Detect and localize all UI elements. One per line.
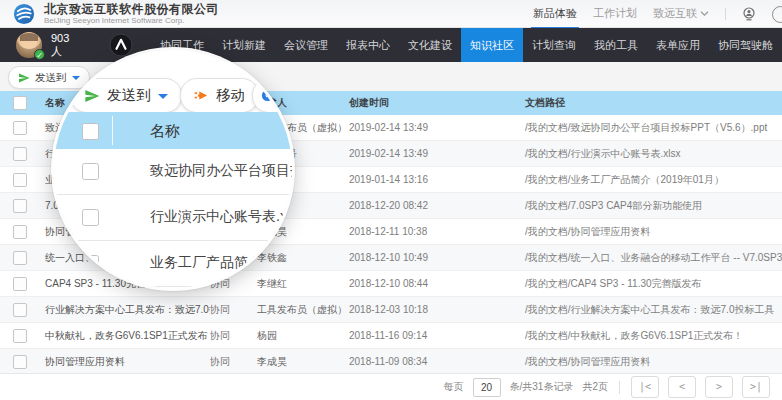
doc-created: 2018-12-10 10:49 [346,252,522,263]
magnified-select-all-checkbox[interactable] [82,123,99,140]
per-page-input[interactable]: 20 [473,378,501,397]
last-page-button[interactable]: >| [742,376,770,398]
user-avatar[interactable]: ✓ [16,32,42,58]
top-link-seeyon[interactable]: 致远互联 [653,6,709,21]
magnified-table-header: 名称 [54,112,292,149]
doc-path: /我的文档/协同管理应用资料 [522,225,782,239]
top-link-new-experience[interactable]: 新品体验 [533,6,577,21]
doc-created: 2018-11-16 09:14 [346,330,522,341]
navbar-item-7[interactable]: 计划查询 [523,28,585,62]
prev-page-button[interactable]: < [668,376,696,398]
records-label: 条/共31条记录 [510,380,574,394]
row-checkbox[interactable] [13,147,27,161]
doc-path: /我的文档/中秋献礼，政务G6V6.1SP1正式发布！ [522,329,782,343]
doc-path: /我的文档/业务工厂产品简介（2019年01月） [522,173,782,187]
doc-creator: 李成昊 [257,355,346,369]
pager-divider [619,381,620,394]
magnified-table-row[interactable]: 行业演示中心账号表.xlsx [54,195,292,241]
row-checkbox[interactable] [82,163,99,180]
next-page-button[interactable]: > [705,376,733,398]
header-edge-icon[interactable] [772,6,782,23]
magnifier-overlay: 发送到 移动 名称 致远协同办公平台项目投标PP 行业演示中心账号表.xlsx … [54,50,292,288]
magnified-col-header-name: 名称 [150,122,180,141]
doc-created: 2018-12-11 10:38 [346,226,522,237]
seeyon-logo-icon [13,3,35,25]
doc-name: 行业演示中心账号表.xlsx [150,208,292,226]
move-icon [194,88,209,103]
header-divider [112,116,113,145]
doc-path: /我的文档/致远协同办公平台项目投标PPT（V5.6）.ppt [522,121,782,135]
doc-path: /我的文档/CAP4 SP3 - 11.30完善版发布 [522,277,782,291]
doc-created: 2018-12-10 08:44 [346,278,522,289]
first-page-button[interactable]: |< [631,376,659,398]
online-check-badge: ✓ [34,49,45,60]
company-name-block: 北京致远互联软件股份有限公司 BeiJing Seeyon Internet S… [44,3,219,25]
doc-path: /我的文档/行业解决方案中心工具发布：致远7.0投标工具 [522,303,782,317]
row-checkbox[interactable] [13,303,27,317]
doc-path: /我的文档/7.0SP3 CAP4部分新功能使用 [522,199,782,213]
user-pin-icon[interactable] [742,7,756,21]
main-navbar: ✓ 903人 协同工作计划新建会议管理报表中心文化建设知识社区计划查询我的工具表… [0,28,782,62]
doc-created: 2019-02-14 13:49 [346,148,522,159]
navbar-item-3[interactable]: 会议管理 [275,28,337,62]
send-caret-icon [158,94,168,104]
navbar-item-9[interactable]: 表单应用 [647,28,709,62]
send-icon [84,88,100,104]
navbar-item-8[interactable]: 我的工具 [585,28,647,62]
seeyon-a-icon[interactable] [109,33,133,57]
pagination-bar: 每页 20 条/共31条记录 共2页 |< < > >| [0,373,782,400]
row-checkbox[interactable] [13,225,27,239]
company-name: 北京致远互联软件股份有限公司 [44,3,219,15]
send-icon [18,72,30,84]
doc-created: 2018-12-03 10:18 [346,304,522,315]
row-checkbox[interactable] [82,209,99,226]
company-name-en: BeiJing Seeyon Internet Software Corp. [44,17,219,25]
doc-type: 协同 [210,355,257,369]
table-row[interactable]: CAP4 SP3 - 11.30完善版发布协同李继红2018-12-10 08:… [0,271,782,297]
doc-type: 协同 [210,329,257,343]
navbar-item-5[interactable]: 文化建设 [399,28,461,62]
navbar-items: 协同工作计划新建会议管理报表中心文化建设知识社区计划查询我的工具表单应用协同驾驶… [151,28,782,62]
row-checkbox[interactable] [13,329,27,343]
table-row[interactable]: 行业解决方案中心工具发布：致远7.0投标工具协同工具发布员（虚拟）2018-12… [0,297,782,323]
doc-created: 2018-12-20 08:42 [346,200,522,211]
doc-name[interactable]: 行业解决方案中心工具发布：致远7.0投标工具 [40,303,210,317]
navbar-item-6[interactable]: 知识社区 [461,28,523,62]
magnified-move-label: 移动 [216,86,245,105]
doc-created: 2018-11-09 08:34 [346,356,522,367]
doc-path: /我的文档/统一入口、业务融合的移动工作平台 -- V7.0SP3正式发布 [522,251,782,265]
col-header-created: 创建时间 [346,96,522,110]
navbar-item-4[interactable]: 报表中心 [337,28,399,62]
chevron-down-icon [700,10,709,17]
doc-name[interactable]: 协同管理应用资料 [40,355,210,369]
table-row[interactable]: 协同管理应用资料协同李成昊2018-11-09 08:34/我的文档/协同管理应… [0,349,782,373]
col-header-path: 文档路径 [522,96,782,110]
send-to-button[interactable]: 发送到 [8,66,90,89]
per-page-label: 每页 [444,380,464,394]
navbar-item-10[interactable]: 协同驾驶舱 [709,28,782,62]
header-divider [725,8,726,20]
row-checkbox[interactable] [13,199,27,213]
doc-path: /我的文档/行业演示中心账号表.xlsx [522,147,782,161]
doc-type: 协同 [210,303,257,317]
doc-name: 致远协同办公平台项目投标PP [150,162,292,180]
top-link-work-plan[interactable]: 工作计划 [593,6,637,21]
member-count[interactable]: 903人 [51,32,73,59]
navbar-item-2[interactable]: 计划新建 [213,28,275,62]
table-row[interactable]: 中秋献礼，政务G6V6.1SP1正式发布！协同杨园2018-11-16 09:1… [0,323,782,349]
magnified-table-row[interactable]: 致远协同办公平台项目投标PP [54,149,292,195]
row-checkbox[interactable] [13,355,27,369]
row-checkbox[interactable] [13,277,27,291]
row-checkbox[interactable] [13,251,27,265]
doc-creator: 工具发布员（虚拟） [257,303,346,317]
doc-name[interactable]: 中秋献礼，政务G6V6.1SP1正式发布！ [40,329,210,343]
doc-creator: 李继红 [257,277,346,291]
magnified-send-to-label: 发送到 [107,86,151,105]
send-caret-icon [72,76,80,84]
magnified-move-button[interactable]: 移动 [180,78,259,113]
doc-creator: 杨园 [257,329,346,343]
row-checkbox[interactable] [13,173,27,187]
row-checkbox[interactable] [13,121,27,135]
send-to-label: 发送到 [35,71,67,85]
select-all-checkbox[interactable] [13,96,27,110]
